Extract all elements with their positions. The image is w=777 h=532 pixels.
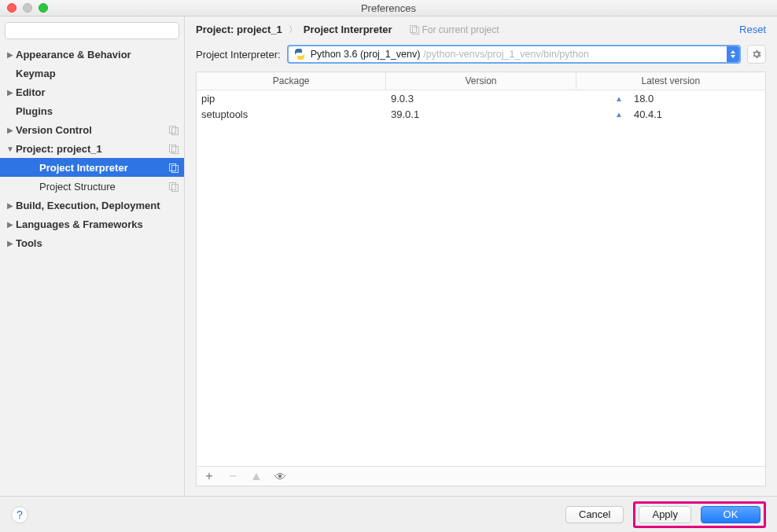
sidebar-item-label: Plugins — [16, 105, 184, 117]
tree-arrow-icon: ▼ — [5, 145, 16, 153]
python-icon — [293, 48, 306, 61]
sidebar-item-label: Project Interpreter — [39, 162, 169, 174]
table-row[interactable]: setuptools39.0.1▲40.4.1 — [197, 106, 765, 122]
sidebar: ▶Appearance & BehaviorKeymap▶EditorPlugi… — [0, 17, 185, 496]
sidebar-item-editor[interactable]: ▶Editor — [0, 83, 184, 101]
add-package-button[interactable]: + — [203, 469, 215, 483]
breadcrumb-root[interactable]: Project: project_1 — [196, 24, 282, 35]
sidebar-item-label: Appearance & Behavior — [16, 49, 184, 61]
sidebar-item-label: Project: project_1 — [16, 143, 169, 155]
search-input[interactable] — [5, 22, 179, 39]
interpreter-name: Python 3.6 (proj_1_venv) — [311, 49, 421, 60]
remove-package-button[interactable]: − — [226, 469, 239, 483]
table-body: pip9.0.3▲18.0setuptools39.0.1▲40.4.1 — [197, 90, 765, 466]
tree-arrow-icon: ▶ — [5, 239, 16, 248]
th-latest[interactable]: Latest version — [576, 72, 765, 90]
interpreter-path: /python-venvs/proj_1_venv/bin/python — [423, 49, 589, 60]
sidebar-item-label: Build, Execution, Deployment — [16, 200, 184, 211]
chevron-right-icon: 〉 — [289, 24, 297, 35]
tree-arrow-icon: ▶ — [5, 126, 16, 134]
sidebar-item-label: Tools — [16, 237, 184, 249]
sidebar-item-languages-frameworks[interactable]: ▶Languages & Frameworks — [0, 215, 184, 233]
upgrade-available-icon: ▲ — [615, 110, 623, 119]
table-header: Package Version Latest version — [197, 72, 765, 90]
cell-version: 9.0.3 — [386, 93, 576, 105]
th-version[interactable]: Version — [386, 72, 576, 90]
breadcrumb: Project: project_1 〉 Project Interpreter — [196, 24, 392, 35]
sidebar-item-label: Keymap — [16, 68, 184, 79]
tree-arrow-icon: ▶ — [5, 50, 16, 59]
project-scope-icon — [169, 145, 178, 153]
cancel-button[interactable]: Cancel — [565, 506, 624, 523]
reset-link[interactable]: Reset — [739, 24, 766, 35]
show-early-releases-button[interactable]: 👁 — [274, 470, 286, 483]
th-package[interactable]: Package — [197, 72, 386, 90]
tree-arrow-icon: ▶ — [5, 220, 16, 229]
cell-latest: ▲40.4.1 — [580, 108, 662, 120]
sidebar-item-tools[interactable]: ▶Tools — [0, 233, 184, 252]
interpreter-label: Project Interpreter: — [196, 49, 281, 61]
cell-package: pip — [197, 93, 386, 105]
scope-label: For current project — [410, 24, 499, 35]
footer: ? Cancel Apply OK — [0, 496, 777, 532]
project-scope-icon — [169, 126, 178, 134]
sidebar-item-project-structure[interactable]: Project Structure — [0, 177, 184, 196]
sidebar-item-project-project-1[interactable]: ▼Project: project_1 — [0, 139, 184, 158]
sidebar-item-label: Editor — [16, 86, 184, 98]
tree-arrow-icon: ▶ — [5, 201, 16, 210]
interpreter-select[interactable]: Python 3.6 (proj_1_venv) /python-venvs/p… — [287, 45, 741, 64]
main-panel: Project: project_1 〉 Project Interpreter… — [185, 17, 777, 496]
table-toolbar: + − ▲ 👁 — [197, 466, 765, 486]
ok-button[interactable]: OK — [701, 506, 760, 523]
interpreter-settings-button[interactable] — [747, 45, 766, 64]
highlight-annotation: Apply OK — [633, 501, 766, 528]
settings-tree: ▶Appearance & BehaviorKeymap▶EditorPlugi… — [0, 43, 184, 496]
project-scope-icon — [169, 182, 178, 191]
breadcrumb-leaf: Project Interpreter — [304, 24, 392, 35]
sidebar-item-label: Project Structure — [39, 181, 169, 193]
tree-arrow-icon: ▶ — [5, 88, 16, 97]
packages-table: Package Version Latest version pip9.0.3▲… — [196, 72, 766, 486]
upgrade-available-icon: ▲ — [615, 94, 623, 103]
sidebar-item-keymap[interactable]: Keymap — [0, 64, 184, 83]
apply-button[interactable]: Apply — [639, 506, 691, 523]
cell-package: setuptools — [197, 108, 386, 120]
project-scope-icon — [410, 25, 418, 34]
scope-text: For current project — [422, 24, 499, 35]
sidebar-item-build-execution-deployment[interactable]: ▶Build, Execution, Deployment — [0, 196, 184, 215]
cell-version: 39.0.1 — [386, 108, 576, 120]
titlebar: Preferences — [0, 0, 777, 17]
sidebar-item-label: Version Control — [16, 124, 169, 136]
project-scope-icon — [169, 163, 178, 172]
sidebar-item-label: Languages & Frameworks — [16, 218, 184, 230]
sidebar-item-appearance-behavior[interactable]: ▶Appearance & Behavior — [0, 45, 184, 64]
sidebar-item-plugins[interactable]: Plugins — [0, 101, 184, 120]
sidebar-item-project-interpreter[interactable]: Project Interpreter — [0, 158, 184, 177]
cell-latest: ▲18.0 — [580, 93, 654, 105]
sidebar-item-version-control[interactable]: ▶Version Control — [0, 120, 184, 139]
dropdown-stepper-icon[interactable] — [727, 46, 739, 62]
upgrade-package-button[interactable]: ▲ — [250, 469, 263, 483]
help-button[interactable]: ? — [11, 506, 28, 523]
gear-icon — [751, 49, 762, 60]
window-title: Preferences — [0, 2, 777, 14]
table-row[interactable]: pip9.0.3▲18.0 — [197, 90, 765, 106]
